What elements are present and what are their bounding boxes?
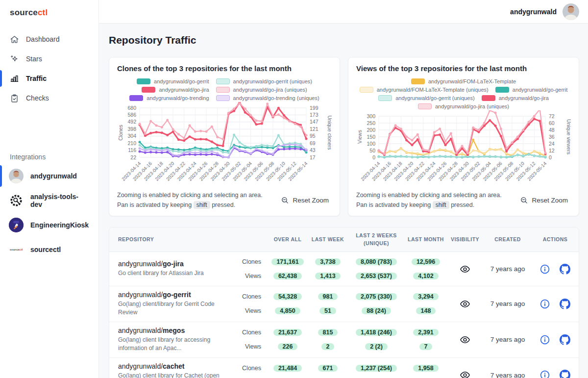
chart-canvas[interactable]: 00501210024150362004825060300722023-04-1… [356, 110, 571, 189]
legend-item[interactable]: andygrunwald/go-jira (uniques) [216, 87, 307, 93]
data-point [383, 155, 386, 158]
data-point [305, 134, 308, 137]
data-point [183, 137, 185, 139]
legend-label: andygrunwald/go-gerrit (uniques) [395, 95, 474, 101]
github-icon[interactable] [560, 334, 570, 345]
active-indicator [0, 70, 2, 87]
legend-item[interactable]: andygrunwald/go-gerrit [137, 78, 209, 84]
repo-cell: andygrunwald/megosGo(lang) client librar… [109, 327, 228, 353]
table-row: andygrunwald/go-gerritGo(lang) client/li… [109, 286, 579, 322]
integration-sourcectl[interactable]: sourcectl sourcectl [0, 237, 98, 262]
sidebar-item-stars[interactable]: Stars [0, 49, 98, 69]
legend-item[interactable]: andygrunwald/go-jira (uniques) [418, 103, 509, 109]
repo-link[interactable]: andygrunwald/megos [118, 327, 223, 334]
repo-link[interactable]: andygrunwald/cachet [118, 362, 223, 370]
legend-item[interactable]: andygrunwald/go-gerrit [495, 87, 568, 93]
github-icon[interactable] [560, 264, 570, 275]
data-point [433, 150, 436, 152]
legend-item[interactable]: andygrunwald/go-jira [482, 95, 549, 101]
integration-andygrunwald[interactable]: andygrunwald [0, 164, 98, 188]
data-point [483, 155, 486, 157]
chart-canvas[interactable]: 2217116432106930495398121492147586173680… [117, 102, 332, 189]
info-icon[interactable] [540, 370, 550, 378]
legend-item[interactable]: andygrunwald/FOM-LaTeX-Template [411, 78, 516, 84]
clones-chart-card: Clones of the top 3 repositories for the… [109, 57, 340, 216]
legend-label: andygrunwald/go-jira (uniques) [435, 103, 509, 109]
sidebar-item-dashboard[interactable]: Dashboard [0, 29, 98, 49]
app-logo[interactable]: sourcectl [0, 0, 98, 25]
sidebar-item-traffic[interactable]: Traffic [0, 69, 98, 88]
column-header-actions: Actions [532, 232, 579, 248]
data-point [478, 129, 480, 131]
metric-value-pill: 815 [318, 329, 338, 336]
visibility-eye-icon[interactable] [446, 370, 484, 378]
metric-values-cell: 21,4841,290 [267, 363, 308, 378]
data-point [489, 119, 491, 122]
data-point [205, 138, 208, 141]
data-point [405, 136, 408, 138]
data-point [194, 138, 196, 141]
data-point [455, 151, 458, 154]
data-point [389, 133, 391, 136]
topbar-username: andygrunwald [510, 8, 557, 16]
legend-item[interactable]: andygrunwald/go-gerrit (uniques) [378, 95, 474, 101]
metric-value-pill: 54,328 [273, 293, 302, 300]
reset-zoom-button[interactable]: Reset Zoom [520, 196, 571, 204]
legend-item[interactable]: andygrunwald/go-trending [129, 95, 209, 101]
data-point [149, 151, 152, 153]
data-point [378, 155, 380, 158]
integrations-section-label: Integrations [0, 139, 98, 164]
line-chart[interactable]: 2217116432106930495398121492147586173680… [117, 102, 332, 189]
data-point [483, 152, 486, 154]
github-icon[interactable] [560, 299, 570, 309]
integration-engineeringkiosk[interactable]: EngineeringKiosk [0, 213, 98, 237]
data-point [261, 150, 263, 152]
repo-link[interactable]: andygrunwald/go-gerrit [118, 291, 223, 299]
metric-value-pill: 1,418 (246) [356, 329, 397, 336]
metric-value-pill: 7 [419, 343, 433, 350]
sidebar-item-checks[interactable]: Checks [0, 88, 98, 108]
info-icon[interactable] [540, 335, 550, 345]
data-point [244, 111, 246, 114]
repo-name: megos [163, 327, 185, 334]
visibility-eye-icon[interactable] [446, 334, 484, 345]
line-chart[interactable]: 00501210024150362004825060300722023-04-1… [356, 110, 571, 189]
metric-value-pill: 21,637 [273, 329, 302, 336]
data-point [172, 150, 174, 152]
sidebar-item-label: Dashboard [26, 35, 60, 43]
info-icon[interactable] [540, 299, 550, 309]
topbar-avatar[interactable] [563, 3, 579, 20]
legend-item[interactable]: andygrunwald/go-jira [142, 87, 209, 93]
reset-zoom-button[interactable]: Reset Zoom [281, 196, 332, 204]
info-icon[interactable] [540, 264, 550, 274]
repo-link[interactable]: andygrunwald/go-jira [118, 260, 223, 268]
right-axis-title: Unique viewers [566, 119, 571, 154]
left-axis-title: Views [357, 130, 363, 144]
sparkles-icon [10, 54, 19, 64]
data-point [266, 151, 269, 154]
metric-value-pill: 51 [319, 307, 336, 314]
legend-swatch [129, 95, 143, 101]
data-point [261, 122, 263, 125]
visibility-eye-icon[interactable] [446, 264, 484, 275]
data-point [255, 123, 258, 126]
chart-legend: andygrunwald/go-gerritandygrunwald/go-ge… [119, 78, 330, 101]
data-point [233, 133, 235, 136]
legend-item[interactable]: andygrunwald/go-trending (uniques) [216, 95, 319, 101]
data-point [400, 155, 402, 157]
legend-item[interactable]: andygrunwald/go-gerrit (uniques) [216, 78, 312, 84]
metric-value-pill: 4,850 [275, 307, 300, 314]
data-point [461, 145, 464, 147]
github-icon[interactable] [560, 370, 570, 378]
data-point [528, 153, 530, 156]
data-point [444, 140, 447, 143]
data-point [428, 155, 430, 158]
data-point [139, 151, 141, 153]
visibility-eye-icon[interactable] [446, 299, 484, 309]
integration-analysis-tools-dev[interactable]: analysis-tools-dev [0, 188, 98, 213]
data-point [539, 151, 541, 154]
data-point [189, 135, 191, 138]
legend-label: andygrunwald/go-trending [147, 95, 209, 101]
legend-item[interactable]: andygrunwald/FOM-LaTeX-Template (uniques… [360, 87, 489, 93]
legend-label: andygrunwald/go-gerrit [513, 87, 568, 93]
